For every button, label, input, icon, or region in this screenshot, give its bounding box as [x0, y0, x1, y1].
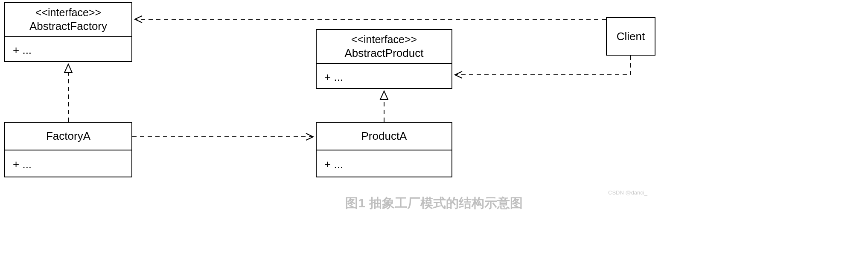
- class-header: <<interface>> AbstractProduct: [317, 30, 451, 64]
- class-name: ProductA: [361, 129, 407, 143]
- uml-class-product-a: ProductA + ...: [316, 122, 452, 177]
- uml-class-client: Client: [606, 17, 655, 56]
- uml-class-factory-a: FactoryA + ...: [4, 122, 132, 177]
- class-name: AbstractProduct: [345, 46, 424, 60]
- class-name: Client: [617, 30, 645, 43]
- class-members: + ...: [317, 150, 451, 178]
- class-header: ProductA: [317, 123, 451, 150]
- class-name: FactoryA: [46, 129, 90, 143]
- uml-class-abstract-product: <<interface>> AbstractProduct + ...: [316, 29, 452, 89]
- dependency-client-to-abstractproduct: [455, 56, 631, 75]
- class-members: + ...: [317, 64, 451, 90]
- class-members: + ...: [5, 37, 131, 63]
- class-members: + ...: [5, 150, 131, 178]
- uml-class-abstract-factory: <<interface>> AbstractFactory + ...: [4, 2, 132, 62]
- figure-caption: 图1 抽象工厂模式的结构示意图: [0, 194, 868, 212]
- watermark-text: CSDN @danci_: [608, 189, 647, 196]
- stereotype-label: <<interface>>: [351, 33, 417, 46]
- class-name: AbstractFactory: [29, 19, 107, 33]
- class-header: <<interface>> AbstractFactory: [5, 3, 131, 37]
- stereotype-label: <<interface>>: [35, 6, 101, 19]
- class-header: FactoryA: [5, 123, 131, 150]
